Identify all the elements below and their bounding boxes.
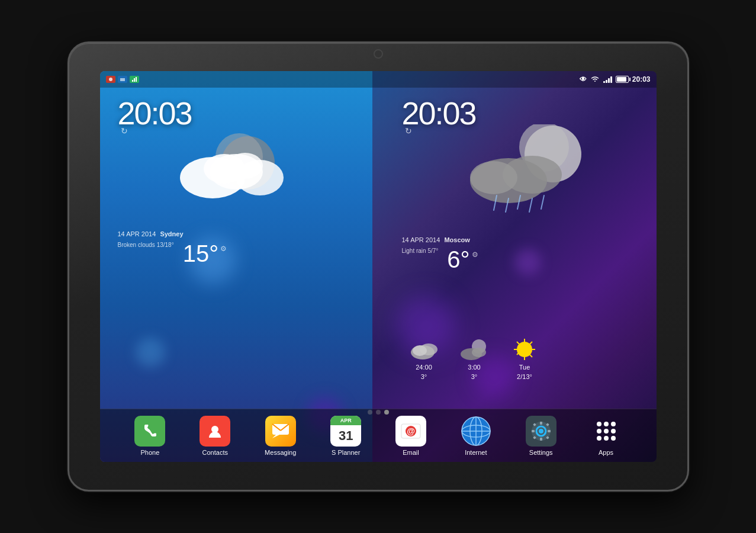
svg-point-27 [413,345,427,356]
cloud-svg-left [177,130,295,207]
splanner-icon: APR 31 [330,416,361,447]
settings-icon [526,416,556,447]
phone-icon [134,416,165,447]
forecast-temp-0: 3° [421,373,427,380]
weather-date-left: 14 APR 2014 Sydney Broken clouds 13/18° … [118,228,227,265]
status-time: 20:03 [632,75,651,84]
svg-rect-57 [540,422,542,425]
svg-point-14 [227,153,263,179]
svg-point-70 [611,429,616,434]
svg-rect-7 [136,77,137,82]
status-icon-chart [130,76,139,83]
signal-icon [603,76,612,83]
forecast-time-0: 24:00 [416,364,432,371]
svg-point-65 [597,422,601,426]
svg-point-1 [109,78,112,81]
forecast-item-1: 3:00 3° [458,338,491,380]
bokeh-purple-4 [514,249,541,275]
forecast-row: 24:00 3° 3:00 3° [408,338,541,380]
forecast-time-1: 3:00 [468,364,480,371]
forecast-day-2: Tue [519,364,530,371]
dock-item-apps[interactable]: Apps [591,416,622,456]
battery-icon [616,76,629,83]
svg-rect-59 [532,430,535,432]
status-icon-photo [106,76,115,83]
status-bar-left [106,76,139,83]
svg-rect-58 [540,438,542,441]
dock-item-messaging[interactable]: Messaging [265,416,296,456]
dock: Phone Contacts [100,409,657,462]
apps-label: Apps [599,449,613,456]
internet-icon [461,416,491,447]
svg-point-73 [611,436,616,441]
bokeh-blue-2 [136,338,165,367]
svg-line-23 [529,198,532,212]
svg-point-30 [472,348,486,357]
time-left: 20:03 [118,95,227,131]
weather-widget-right[interactable]: 20:03 ↻ 14 APR 2014 [402,95,478,271]
status-bar: 👁 [100,71,657,88]
refresh-icon-right[interactable]: ↻ [405,126,412,136]
forecast-temp-1: 3° [471,373,478,380]
status-icon-image [118,76,127,83]
svg-point-72 [604,436,609,441]
email-label: Email [403,449,419,456]
phone-label: Phone [141,449,160,456]
svg-line-38 [530,342,532,344]
dock-item-internet[interactable]: Internet [461,416,491,456]
svg-point-19 [470,161,517,194]
tablet-device: 👁 [67,41,689,492]
eye-icon: 👁 [580,75,587,84]
dock-item-phone[interactable]: Phone [134,416,165,456]
svg-marker-42 [272,435,279,438]
svg-rect-60 [548,430,551,432]
svg-point-66 [604,422,609,426]
svg-point-67 [611,422,616,426]
email-icon: @ [395,416,426,447]
dock-item-settings[interactable]: Settings [526,416,556,456]
weather-widget-left[interactable]: 20:03 ↻ 14 APR 2014 Sydney [118,95,227,265]
svg-point-56 [539,429,543,434]
temp-left: 15° [183,242,219,265]
status-bar-right: 👁 [580,75,651,84]
dock-item-splanner[interactable]: APR 31 S Planner [330,416,361,456]
temp-right: 6° [447,248,469,271]
svg-rect-3 [120,78,125,81]
svg-rect-5 [132,80,133,82]
forecast-item-2: Tue 2/13° [509,338,541,380]
forecast-icon-night-cloudy [458,338,491,361]
svg-point-68 [597,429,601,434]
forecast-icon-cloudy [408,338,440,361]
forecast-icon-sunny [509,338,541,361]
svg-line-24 [541,195,544,209]
svg-line-37 [530,355,532,357]
forecast-temp-2: 2/13° [517,373,532,380]
svg-line-36 [517,342,519,344]
splanner-label: S Planner [332,449,360,456]
apps-icon [591,416,622,447]
weather-desc-right: Light rain 5/7° [402,248,439,254]
svg-rect-6 [134,78,135,82]
forecast-item-0: 24:00 3° [408,338,440,380]
weather-date-right: 14 APR 2014 Moscow Light rain 5/7° 6° ⚙ [402,234,478,271]
settings-label: Settings [529,449,553,456]
temp-unit-left: ⚙ [220,245,227,253]
internet-label: Internet [465,449,487,456]
svg-point-71 [597,436,601,441]
refresh-icon-left[interactable]: ↻ [121,126,128,136]
contacts-label: Contacts [202,449,228,456]
dock-item-email[interactable]: @ Email [395,416,426,456]
svg-point-69 [604,429,609,434]
svg-text:@: @ [407,426,415,436]
weather-desc-left: Broken clouds 13/18° [118,242,174,248]
cloud-svg-right [461,124,591,213]
tablet-screen: 👁 [100,71,657,462]
dock-item-contacts[interactable]: Contacts [200,416,230,456]
temp-unit-right: ⚙ [472,251,478,259]
contacts-icon [200,416,230,447]
messaging-icon [265,416,296,447]
messaging-label: Messaging [265,449,296,456]
wifi-icon [590,75,600,84]
